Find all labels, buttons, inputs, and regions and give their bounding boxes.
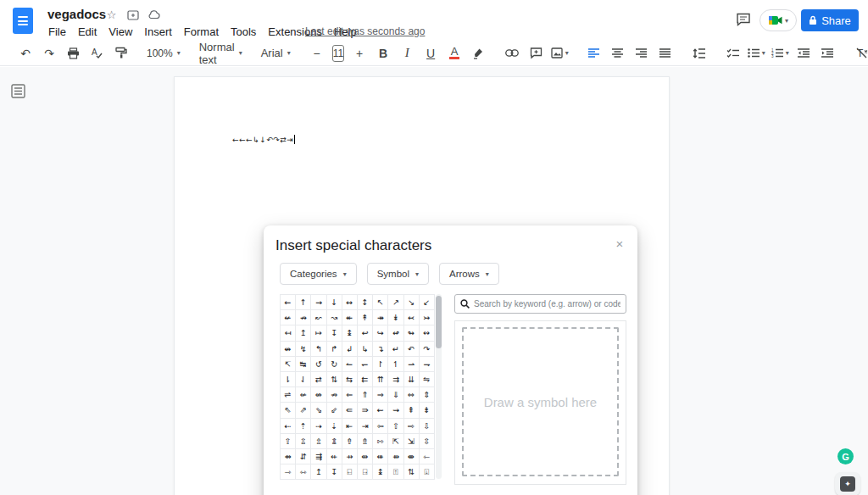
symbol-cell[interactable]: ⍗: [420, 464, 434, 479]
symbol-cell[interactable]: ↸: [281, 357, 295, 371]
cloud-status-icon[interactable]: [147, 8, 160, 21]
move-to-folder-icon[interactable]: [126, 8, 139, 21]
paragraph-style-select[interactable]: Normal text ▾: [195, 41, 247, 66]
font-select[interactable]: Arial ▾: [257, 47, 295, 59]
filter-dropdown-arrows[interactable]: Arrows▾: [439, 263, 499, 285]
symbol-cell[interactable]: ↕: [358, 295, 372, 309]
bold-button[interactable]: B: [373, 43, 393, 64]
font-size-input[interactable]: 11: [332, 45, 344, 62]
symbol-cell[interactable]: ↜: [311, 310, 326, 325]
symbol-cell[interactable]: ⇊: [404, 372, 419, 387]
symbol-cell[interactable]: ⇇: [358, 372, 372, 387]
symbol-cell[interactable]: ⇭: [327, 434, 342, 448]
symbol-cell[interactable]: ↝: [327, 310, 342, 325]
symbol-cell[interactable]: ↲: [342, 342, 357, 356]
justify-button[interactable]: [654, 43, 675, 64]
symbol-cell[interactable]: →: [311, 295, 326, 309]
symbol-cell[interactable]: ⇲: [404, 434, 419, 448]
symbol-cell[interactable]: ↳: [358, 342, 372, 356]
symbol-cell[interactable]: ⇡: [296, 419, 310, 433]
menu-item-file[interactable]: File: [42, 24, 72, 40]
symbol-cell[interactable]: ↷: [420, 342, 434, 356]
symbol-cell[interactable]: ⇕: [420, 387, 434, 402]
symbol-cell[interactable]: ↹: [296, 357, 310, 371]
symbol-cell[interactable]: ↠: [373, 310, 387, 325]
extension-launcher-button[interactable]: ✦: [835, 472, 860, 495]
scrollbar-thumb[interactable]: [436, 296, 442, 348]
document-text[interactable]: ←←←↳↓↶↷⇄⇥: [232, 135, 295, 144]
symbol-cell[interactable]: ⇥: [358, 419, 372, 433]
symbol-cell[interactable]: ↾: [373, 357, 387, 371]
symbol-cell[interactable]: ⇮: [342, 434, 357, 448]
text-color-button[interactable]: A: [444, 43, 465, 64]
symbol-cell[interactable]: ↘: [404, 295, 419, 309]
symbol-cell[interactable]: ⇐: [342, 387, 357, 402]
symbol-grid-scrollbar[interactable]: [436, 294, 442, 479]
symbol-cell[interactable]: ↨: [373, 464, 387, 479]
close-icon[interactable]: ×: [612, 236, 627, 251]
filter-dropdown-symbol[interactable]: Symbol▾: [367, 263, 429, 285]
symbol-cell[interactable]: ⇨: [404, 419, 419, 433]
symbol-cell[interactable]: ⇞: [404, 403, 419, 417]
symbol-cell[interactable]: ⇅: [327, 372, 342, 387]
last-edit-link[interactable]: Last edit was seconds ago: [305, 25, 425, 37]
symbol-cell[interactable]: ⇜: [373, 403, 387, 417]
symbol-cell[interactable]: ⇙: [327, 403, 342, 417]
clear-formatting-button[interactable]: T: [851, 43, 868, 64]
symbol-cell[interactable]: ↥: [311, 464, 326, 479]
symbol-cell[interactable]: ↑: [296, 295, 310, 309]
numbered-list-button[interactable]: 123 ▾: [770, 43, 790, 64]
symbol-cell[interactable]: ⇶: [311, 449, 326, 464]
symbol-cell[interactable]: ⇆: [342, 372, 357, 387]
symbol-cell[interactable]: ⇅: [404, 464, 419, 479]
increase-font-size-button[interactable]: +: [349, 43, 370, 64]
highlight-color-button[interactable]: [468, 43, 488, 64]
symbol-cell[interactable]: ⇓: [388, 387, 403, 402]
grammarly-icon[interactable]: G: [837, 448, 854, 464]
symbol-cell[interactable]: ↫: [388, 325, 403, 340]
decrease-font-size-button[interactable]: −: [307, 43, 327, 64]
symbol-cell[interactable]: ⇍: [296, 387, 310, 402]
symbol-cell[interactable]: ⇬: [311, 434, 326, 448]
symbol-cell[interactable]: ⇳: [420, 434, 434, 448]
symbol-cell[interactable]: ↨: [342, 325, 357, 340]
symbol-cell[interactable]: ↡: [388, 310, 403, 325]
symbol-cell[interactable]: ⇛: [358, 403, 372, 417]
align-left-button[interactable]: [583, 43, 604, 64]
symbol-cell[interactable]: ⇢: [311, 419, 326, 433]
menu-item-view[interactable]: View: [103, 24, 138, 40]
symbol-cell[interactable]: ↧: [327, 325, 342, 340]
symbol-cell[interactable]: ⇷: [327, 449, 342, 464]
symbol-cell[interactable]: ←: [281, 295, 295, 309]
align-center-button[interactable]: [607, 43, 627, 64]
open-comments-icon[interactable]: [736, 13, 751, 26]
symbol-cell[interactable]: ↖: [373, 295, 387, 309]
print-button[interactable]: [63, 43, 83, 64]
menu-item-tools[interactable]: Tools: [225, 24, 262, 40]
filter-dropdown-categories[interactable]: Categories▾: [280, 263, 357, 285]
symbol-cell[interactable]: ⇪: [281, 434, 295, 448]
symbol-cell[interactable]: ↮: [281, 342, 295, 356]
symbol-cell[interactable]: ⇣: [327, 419, 342, 433]
symbol-cell[interactable]: ↞: [342, 310, 357, 325]
decrease-indent-button[interactable]: [793, 43, 814, 64]
symbol-cell[interactable]: ⇼: [404, 449, 419, 464]
add-comment-button[interactable]: [526, 43, 546, 64]
google-docs-logo-icon[interactable]: [13, 8, 33, 34]
symbol-cell[interactable]: ⇘: [311, 403, 326, 417]
checklist-button[interactable]: [722, 43, 743, 64]
symbol-cell[interactable]: ↵: [388, 342, 403, 356]
symbol-cell[interactable]: ⇗: [296, 403, 310, 417]
symbol-cell[interactable]: ⇋: [420, 372, 434, 387]
symbol-cell[interactable]: ⇚: [342, 403, 357, 417]
symbol-cell[interactable]: ⇺: [373, 449, 387, 464]
symbol-cell[interactable]: ⇿: [296, 464, 310, 479]
increase-indent-button[interactable]: [817, 43, 837, 64]
symbol-cell[interactable]: ⇄: [311, 372, 326, 387]
symbol-cell[interactable]: ↣: [420, 310, 434, 325]
symbol-cell[interactable]: ⇂: [281, 372, 295, 387]
symbol-cell[interactable]: ⇹: [358, 449, 372, 464]
symbol-cell[interactable]: ↚: [281, 310, 295, 325]
symbol-cell[interactable]: ↼: [342, 357, 357, 371]
symbol-cell[interactable]: ⇤: [342, 419, 357, 433]
